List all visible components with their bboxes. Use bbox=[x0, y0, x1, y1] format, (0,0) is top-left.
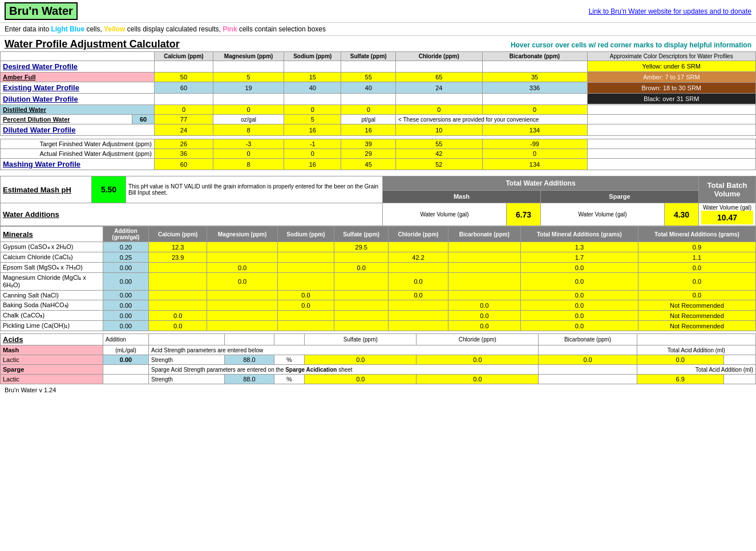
amber-full-label: Amber Full bbox=[1, 73, 155, 82]
mash-pct: % bbox=[274, 355, 304, 365]
instruction-cells1: cells, bbox=[86, 25, 102, 33]
act-ca: 36 bbox=[154, 149, 213, 159]
sparge-strength-value[interactable]: 88.0 bbox=[225, 375, 274, 384]
total-acid-mash-label: Total Acid Addition (ml) bbox=[637, 345, 755, 355]
col-sodium: Sodium (ppm) bbox=[284, 52, 341, 61]
mineral-cell-1[interactable]: 0.00 bbox=[103, 321, 149, 331]
exist-hco3[interactable]: 336 bbox=[482, 82, 587, 94]
sparge-acid-label: Sparge bbox=[1, 365, 103, 375]
mineral-cell-0: Calcium Chloride (CaCl₂) bbox=[1, 252, 103, 263]
mineral-cell-3 bbox=[207, 311, 277, 321]
amber-cl[interactable]: 65 bbox=[396, 73, 482, 82]
mineral-cell-7 bbox=[448, 291, 520, 300]
mineral-cell-1[interactable]: 0.00 bbox=[103, 263, 149, 273]
dist-mg[interactable]: 0 bbox=[213, 105, 284, 115]
mineral-cell-0: Chalk (CaCO₃) bbox=[1, 311, 103, 321]
amber-mg[interactable]: 5 bbox=[213, 73, 284, 82]
addition-col-header: Addition (gram/gal) bbox=[103, 227, 149, 242]
existing-profile-label: Existing Water Profile bbox=[1, 82, 155, 94]
mineral-cell-7: 0.0 bbox=[448, 321, 520, 331]
mineral-cell-1[interactable]: 0.00 bbox=[103, 311, 149, 321]
mineral-cell-9: Not Recommended bbox=[638, 311, 755, 321]
page-title: Water Profile Adjustment Calculator bbox=[5, 38, 180, 50]
mashing-profile-label: Mashing Water Profile bbox=[1, 159, 155, 170]
sparge-note: Sparge Acid Strength parameters are ente… bbox=[149, 365, 539, 375]
mineral-cell-1[interactable]: 0.00 bbox=[103, 300, 149, 311]
pct-dilution-value[interactable]: 60 bbox=[132, 115, 155, 124]
acids-sulfate-label: Sulfate (ppm) bbox=[305, 334, 417, 345]
exist-cl[interactable]: 24 bbox=[396, 82, 482, 94]
total-mineral-mash-header: Total Mineral Additions (grams) bbox=[520, 227, 638, 242]
magnesium-col-header: Magnesium (ppm) bbox=[207, 227, 277, 242]
mineral-cell-9: Not Recommended bbox=[638, 300, 755, 311]
mineral-cell-8: 0.0 bbox=[520, 321, 638, 331]
mineral-cell-1[interactable]: 0.00 bbox=[103, 291, 149, 300]
mineral-cell-9: 0.0 bbox=[638, 273, 755, 291]
sparge-acid-sulfate: 0.0 bbox=[305, 375, 417, 384]
mash-acid-sulfate: 0.0 bbox=[305, 355, 417, 365]
sparge-strength-label: Strength bbox=[149, 375, 225, 384]
exist-ca[interactable]: 60 bbox=[154, 82, 213, 94]
mineral-cell-3 bbox=[207, 291, 277, 300]
website-link[interactable]: Link to Bru'n Water website for updates … bbox=[589, 7, 751, 15]
profile-table: Calcium (ppm) Magnesium (ppm) Sodium (pp… bbox=[0, 51, 756, 170]
pct-dilution-label: Percent Dilution Water bbox=[1, 115, 132, 124]
mineral-cell-7: 0.0 bbox=[448, 300, 520, 311]
mineral-cell-9: Not Recommended bbox=[638, 321, 755, 331]
mineral-cell-3 bbox=[207, 242, 277, 252]
dist-hco3[interactable]: 0 bbox=[482, 105, 587, 115]
mineral-cell-4 bbox=[277, 263, 334, 273]
tgt-so4: 39 bbox=[341, 139, 396, 149]
mineral-row: Baking Soda (NaHCO₃)0.000.00.00.0Not Rec… bbox=[1, 300, 756, 311]
amber-hco3[interactable]: 35 bbox=[482, 73, 587, 82]
exist-mg[interactable]: 19 bbox=[213, 82, 284, 94]
mineral-cell-9: 1.1 bbox=[638, 252, 755, 263]
mineral-cell-7: 0.0 bbox=[448, 311, 520, 321]
mineral-cell-1[interactable]: 0.20 bbox=[103, 242, 149, 252]
exist-so4[interactable]: 40 bbox=[341, 82, 396, 94]
mineral-cell-7 bbox=[448, 263, 520, 273]
amber-na[interactable]: 15 bbox=[284, 73, 341, 82]
mash-ph-value[interactable]: 5.50 bbox=[92, 176, 126, 203]
act-so4: 29 bbox=[341, 149, 396, 159]
mash-strength-value[interactable]: 88.0 bbox=[225, 355, 274, 365]
hover-hint: Hover cursor over cells w/ red corner ma… bbox=[511, 41, 751, 49]
mineral-cell-5 bbox=[334, 273, 389, 291]
mineral-row: Canning Salt (NaCl)0.000.00.00.00.0 bbox=[1, 291, 756, 300]
sparge-volume: 4.30 bbox=[665, 203, 699, 226]
mineral-cell-7 bbox=[448, 273, 520, 291]
mineral-cell-5 bbox=[334, 311, 389, 321]
yellow-label: Yellow bbox=[104, 25, 125, 33]
mineral-cell-0: Baking Soda (NaHCO₃) bbox=[1, 300, 103, 311]
dist-so4[interactable]: 0 bbox=[341, 105, 396, 115]
dist-cl[interactable]: 0 bbox=[396, 105, 482, 115]
mineral-cell-6 bbox=[389, 242, 448, 252]
tgt-cl: 55 bbox=[396, 139, 482, 149]
mineral-cell-4 bbox=[277, 273, 334, 291]
mash-acid-label: Mash bbox=[1, 345, 103, 355]
mash-hco3: 134 bbox=[482, 159, 587, 170]
amber-ca[interactable]: 50 bbox=[154, 73, 213, 82]
mineral-row: Chalk (CaCO₃)0.000.00.00.0Not Recommende… bbox=[1, 311, 756, 321]
mineral-cell-9: 0.9 bbox=[638, 242, 755, 252]
mineral-cell-1[interactable]: 0.00 bbox=[103, 273, 149, 291]
acids-header: Acids bbox=[3, 335, 23, 344]
mineral-cell-6 bbox=[389, 300, 448, 311]
mash-ph-table: Estimated Mash pH 5.50 This pH value is … bbox=[0, 176, 756, 226]
dist-ca[interactable]: 0 bbox=[154, 105, 213, 115]
dist-na[interactable]: 0 bbox=[284, 105, 341, 115]
mineral-cell-2: 0.0 bbox=[149, 311, 207, 321]
amber-so4[interactable]: 55 bbox=[341, 73, 396, 82]
dil-hco3: 134 bbox=[482, 124, 587, 136]
sparge-pct: % bbox=[274, 375, 304, 384]
exist-na[interactable]: 40 bbox=[284, 82, 341, 94]
mineral-cell-0: Magnesium Chloride (MgCl₂ x 6H₂O) bbox=[1, 273, 103, 291]
acids-addition-label: Addition bbox=[103, 334, 149, 345]
mineral-cell-7 bbox=[448, 242, 520, 252]
mash-na: 16 bbox=[284, 159, 341, 170]
mineral-cell-6: 42.2 bbox=[389, 252, 448, 263]
mineral-row: Pickling Lime (Ca(OH)₂)0.000.00.00.0Not … bbox=[1, 321, 756, 331]
mineral-cell-1[interactable]: 0.25 bbox=[103, 252, 149, 263]
distilled-water-label: Distilled Water bbox=[1, 105, 155, 115]
mash-lactic-addition[interactable]: 0.00 bbox=[103, 355, 149, 365]
